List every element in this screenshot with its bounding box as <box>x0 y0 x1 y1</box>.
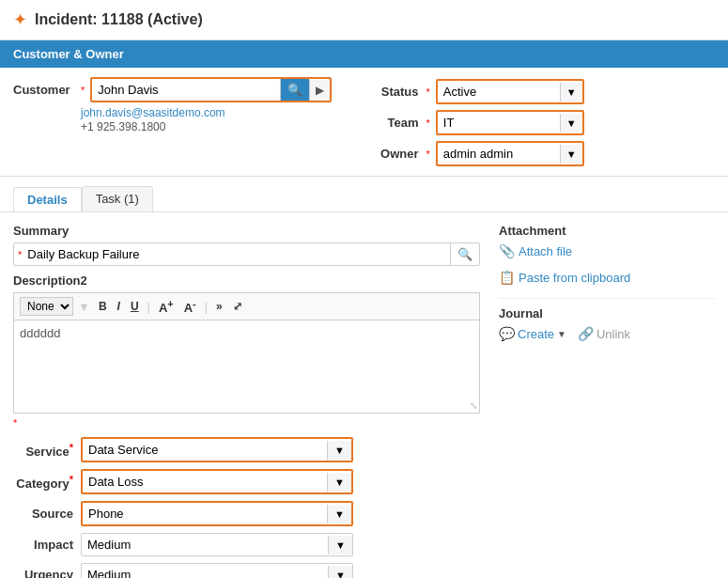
status-select-wrap: ▼ <box>436 79 584 104</box>
font-size-up-button[interactable]: A+ <box>155 296 178 317</box>
page-header: ✦ Incident: 11188 (Active) <box>0 0 728 40</box>
tab-task[interactable]: Task (1) <box>82 186 153 211</box>
customer-required: * <box>81 85 85 96</box>
service-label: Service* <box>13 442 81 459</box>
source-input[interactable] <box>83 503 327 524</box>
bold-button[interactable]: B <box>95 298 111 315</box>
urgency-field: Urgency ▼ <box>13 563 480 578</box>
status-select: ▼ <box>438 81 582 102</box>
team-input[interactable] <box>438 112 560 133</box>
attachment-section: Attachment 📎 Attach file 📋 Paste from cl… <box>499 224 715 285</box>
owner-dropdown-button[interactable]: ▼ <box>560 145 582 164</box>
source-label: Source <box>13 507 81 521</box>
expand-button[interactable]: ⤢ <box>229 298 246 315</box>
status-required: * <box>426 86 430 98</box>
divider <box>499 298 715 299</box>
customer-phone: +1 925.398.1800 <box>81 120 355 133</box>
attachment-title: Attachment <box>499 224 715 238</box>
owner-input[interactable] <box>438 143 560 164</box>
font-select[interactable]: None <box>20 297 73 316</box>
status-owner-col: Status * ▼ Team * ▼ Owner * <box>374 77 716 166</box>
impact-input[interactable] <box>82 534 328 555</box>
status-field-row: Status * ▼ <box>374 79 716 104</box>
gear-icon: ✦ <box>13 9 27 30</box>
clipboard-icon: 📋 <box>499 270 515 285</box>
italic-button[interactable]: I <box>114 298 124 315</box>
team-label: Team <box>374 116 419 130</box>
paperclip-icon: 📎 <box>499 243 515 258</box>
category-select-wrap: ▼ <box>81 469 353 494</box>
journal-create-button[interactable]: 💬 Create ▼ <box>499 326 566 341</box>
status-label: Status <box>374 85 419 99</box>
category-field: Category* ▼ <box>13 469 480 494</box>
impact-field: Impact ▼ <box>13 533 480 556</box>
impact-select-wrap: ▼ <box>81 533 353 556</box>
paste-clipboard-button[interactable]: 📋 Paste from clipboard <box>499 270 630 285</box>
impact-dropdown-button[interactable]: ▼ <box>328 536 352 555</box>
category-input[interactable] <box>83 471 327 492</box>
description-required: * <box>13 417 17 429</box>
category-dropdown-button[interactable]: ▼ <box>327 473 351 492</box>
attach-actions: 📎 Attach file 📋 Paste from clipboard <box>499 243 715 285</box>
customer-input-wrap: 🔍 ▶ <box>90 77 332 102</box>
customer-field-row: Customer * 🔍 ▶ <box>13 77 355 102</box>
customer-owner-area: Customer * 🔍 ▶ john.davis@saasitdemo.com… <box>0 68 728 177</box>
customer-arrow-button[interactable]: ▶ <box>309 80 330 101</box>
font-size-down-button[interactable]: A- <box>180 296 200 317</box>
owner-select: ▼ <box>438 143 582 164</box>
service-dropdown-button[interactable]: ▼ <box>327 441 351 460</box>
customer-search-button[interactable]: 🔍 <box>280 79 309 101</box>
impact-label: Impact <box>13 538 81 552</box>
urgency-dropdown-button[interactable]: ▼ <box>328 566 352 578</box>
tabs-area: Details Task (1) <box>0 177 728 212</box>
left-panel: Summary * 🔍 Description2 None ▼ B I U | … <box>13 224 480 578</box>
service-field: Service* ▼ <box>13 437 480 462</box>
description-label: Description2 <box>13 273 480 288</box>
urgency-select-wrap: ▼ <box>81 563 353 578</box>
summary-row: * 🔍 <box>13 242 480 266</box>
summary-search-button[interactable]: 🔍 <box>450 243 479 265</box>
journal-unlink-button[interactable]: 🔗 Unlink <box>578 326 630 341</box>
service-select-wrap: ▼ <box>81 437 353 462</box>
team-select-wrap: ▼ <box>436 110 584 135</box>
resize-handle[interactable]: ⤡ <box>470 400 477 411</box>
status-dropdown-button[interactable]: ▼ <box>560 83 582 102</box>
main-content: Summary * 🔍 Description2 None ▼ B I U | … <box>0 212 728 578</box>
service-input[interactable] <box>83 439 327 461</box>
more-button[interactable]: » <box>212 298 226 315</box>
source-field: Source ▼ <box>13 501 480 526</box>
category-label: Category* <box>13 474 81 491</box>
right-panel: Attachment 📎 Attach file 📋 Paste from cl… <box>499 224 715 578</box>
owner-label: Owner <box>374 147 419 161</box>
team-select: ▼ <box>438 112 582 133</box>
summary-label: Summary <box>13 224 480 238</box>
journal-section: Journal 💬 Create ▼ 🔗 Unlink <box>499 306 715 341</box>
status-input[interactable] <box>438 81 560 102</box>
customer-input[interactable] <box>92 79 280 101</box>
owner-field-row: Owner * ▼ <box>374 141 716 166</box>
customer-email: john.davis@saasitdemo.com <box>81 106 355 119</box>
description-content: dddddd <box>20 326 60 340</box>
tab-details[interactable]: Details <box>13 187 82 212</box>
attach-file-button[interactable]: 📎 Attach file <box>499 243 572 258</box>
tabs: Details Task (1) <box>13 186 715 211</box>
summary-input[interactable] <box>22 243 450 265</box>
journal-actions: 💬 Create ▼ 🔗 Unlink <box>499 326 715 341</box>
page-title: Incident: 11188 (Active) <box>35 11 203 28</box>
customer-label: Customer <box>13 83 79 97</box>
team-dropdown-button[interactable]: ▼ <box>560 114 582 133</box>
customer-col: Customer * 🔍 ▶ john.davis@saasitdemo.com… <box>13 77 355 166</box>
unlink-icon: 🔗 <box>578 326 594 341</box>
customer-owner-section-header: Customer & Owner <box>0 40 728 68</box>
description-area[interactable]: dddddd ⤡ <box>13 320 480 414</box>
team-required: * <box>426 117 430 129</box>
urgency-input[interactable] <box>82 564 328 578</box>
team-field-row: Team * ▼ <box>374 110 716 135</box>
source-select-wrap: ▼ <box>81 501 353 526</box>
chat-icon: 💬 <box>499 326 515 341</box>
source-dropdown-button[interactable]: ▼ <box>327 505 351 523</box>
journal-title: Journal <box>499 306 715 320</box>
description-toolbar: None ▼ B I U | A+ A- | » ⤢ <box>13 292 480 320</box>
owner-required: * <box>426 148 430 160</box>
underline-button[interactable]: U <box>127 298 143 315</box>
